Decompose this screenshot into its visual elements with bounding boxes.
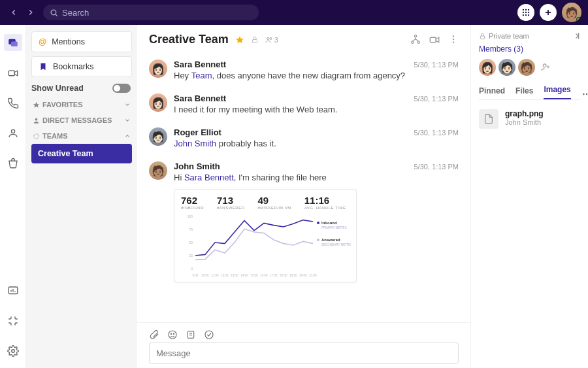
chevron-up-icon [124,133,131,139]
teams-section[interactable]: TEAMS [33,132,131,140]
favorites-section[interactable]: FAVORITES [33,101,131,109]
message: 👩🏻Sara Bennett5/30, 1:13 PMHey Team, doe… [149,53,459,87]
message-text: Hi Sara Bennett, I'm sharing the file he… [174,173,459,182]
bookmarks-button[interactable]: Bookmarks [31,56,132,77]
svg-point-62 [169,331,176,339]
svg-text:50: 50 [189,241,193,244]
svg-rect-27 [252,39,257,42]
message-avatar[interactable]: 👩🏻 [149,59,167,78]
forward-button[interactable] [24,5,38,20]
svg-text:16:00: 16:00 [260,274,268,277]
svg-point-31 [412,41,414,43]
rail-analytics-icon[interactable] [5,283,21,299]
mention[interactable]: John Smith [174,139,216,148]
svg-text:18:00: 18:00 [280,274,287,277]
mention[interactable]: Team [191,71,212,80]
svg-text:100: 100 [188,214,193,218]
rail-messages-icon[interactable] [4,34,22,51]
bookmarks-label: Bookmarks [53,62,94,71]
svg-rect-65 [188,331,193,339]
chart-attachment[interactable]: 762#INBOUND713#ANSWERED49#MISSED/IN VM11… [174,189,357,282]
message-avatar[interactable]: 👩🏻 [149,93,167,112]
svg-point-3 [525,9,527,10]
svg-text:12:00: 12:00 [221,274,229,277]
more-icon[interactable] [448,34,459,44]
chart-kpi: 49#MISSED/IN VM [258,195,291,210]
message-time: 5/30, 1:13 PM [414,163,459,171]
rail-tasks-icon[interactable] [5,156,21,171]
message-avatar[interactable]: 🧑🏽 [149,161,167,180]
file-owner: John Smith [505,118,544,126]
rightpanel-more-icon[interactable] [581,89,588,99]
member-avatar[interactable]: 👩🏻 [479,59,496,76]
svg-point-28 [267,37,269,40]
svg-point-4 [528,9,529,10]
rail-apps-icon[interactable] [5,313,21,329]
svg-point-8 [523,14,524,16]
svg-point-25 [34,133,39,138]
svg-point-59 [317,239,319,241]
svg-text:20:00: 20:00 [299,274,307,277]
emoji-icon[interactable] [167,329,178,340]
message-author: Roger Elliot [174,127,221,137]
mention[interactable]: Sara Bennett [184,173,234,182]
chart-kpi: 762#INBOUND [181,195,204,210]
member-count: 3 [265,36,278,44]
rail-settings-icon[interactable] [5,343,21,359]
team-item[interactable]: Creative Team [31,144,132,163]
dialpad-button[interactable] [517,4,534,21]
bookmark-icon [39,62,48,71]
mentions-button[interactable]: @ Mentions [31,31,132,52]
direct-messages-section[interactable]: DIRECT MESSAGES [33,116,131,124]
rightpanel-tab[interactable]: Pinned [479,86,505,99]
svg-point-6 [525,12,527,13]
show-unread-toggle[interactable] [112,84,131,93]
rightpanel-tab[interactable]: Images [544,85,570,99]
message-avatar[interactable]: 🧑🏻 [149,127,167,146]
org-chart-icon[interactable] [410,34,421,44]
new-button[interactable] [540,4,557,21]
rightpanel-tab[interactable]: Files [515,86,533,99]
svg-text:SECONDARY METRIC: SECONDARY METRIC [321,243,351,246]
file-name: graph.png [505,109,544,118]
rail-video-icon[interactable] [5,65,21,81]
svg-point-71 [543,64,546,67]
message-author: Sara Bennett [174,93,226,103]
svg-text:21:00: 21:00 [309,274,317,277]
rail-phone-icon[interactable] [5,95,21,111]
back-button[interactable] [7,5,21,20]
svg-rect-33 [430,37,436,42]
people-icon [265,36,273,44]
video-call-icon[interactable] [429,34,440,46]
search-input[interactable]: Search [43,5,259,20]
svg-rect-15 [8,71,14,76]
member-avatar[interactable]: 🧑🏽 [518,59,535,76]
svg-text:0: 0 [191,267,193,271]
conversation-title: Creative Team [149,33,229,46]
message-text: John Smith probably has it. [174,139,459,148]
rail-contacts-icon[interactable] [5,125,21,141]
collapse-panel-icon[interactable] [571,31,580,41]
members-link[interactable]: Members (3) [479,44,580,54]
svg-point-36 [453,38,454,39]
svg-point-2 [523,9,524,10]
svg-marker-23 [33,101,39,107]
message-author: John Smith [174,161,220,171]
favorite-star-icon[interactable] [235,35,244,44]
team-kind-label: Private team [489,32,529,40]
attachment-icon[interactable] [149,329,159,340]
add-member-button[interactable] [538,59,553,75]
svg-point-29 [270,37,272,39]
message-input[interactable] [149,343,459,364]
member-avatar[interactable]: 🧑🏻 [498,59,515,76]
message-time: 5/30, 1:13 PM [414,129,459,137]
svg-point-37 [453,41,454,42]
note-icon[interactable] [186,329,196,340]
task-icon[interactable] [204,329,214,340]
message: 👩🏻Sara Bennett5/30, 1:13 PMI need it for… [149,87,459,121]
current-user-avatar[interactable]: 🧑🏽 [562,3,581,22]
file-item[interactable]: graph.pngJohn Smith [479,109,580,129]
svg-point-7 [528,12,529,13]
mentions-label: Mentions [52,37,85,46]
left-rail [0,25,26,368]
